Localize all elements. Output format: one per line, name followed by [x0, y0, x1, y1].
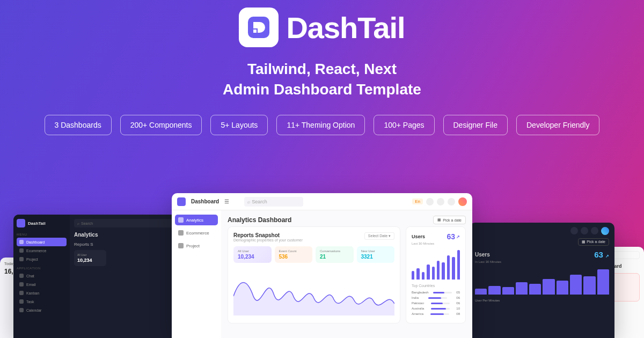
pill-designer: Designer File	[443, 115, 508, 135]
lang-chip[interactable]: En	[412, 199, 423, 204]
nav-dashboard[interactable]: Dashboard	[17, 238, 67, 246]
mail-icon[interactable]	[426, 198, 434, 205]
svg-rect-1	[253, 30, 257, 33]
logo-icon	[239, 8, 279, 47]
preview-mockups: Today Orders 16,123,3 DashTail MENU Dash…	[0, 182, 644, 338]
trend-up-icon: ↗	[456, 234, 460, 239]
nav-ecommerce[interactable]: Ecommerce	[17, 246, 67, 255]
stat-card: All User 10,234	[74, 250, 106, 266]
feature-pills: 3 Dashboards 200+ Components 5+ Layouts …	[45, 115, 600, 135]
nav-project[interactable]: Project	[17, 255, 67, 263]
topbar-title: Dashboard	[191, 199, 219, 204]
users-sub: In Last 30 Minutes	[475, 260, 609, 263]
sidebar-item-ecommerce[interactable]: Ecommerce	[175, 227, 218, 238]
users-title: Users	[412, 234, 425, 239]
brand-lockup: DashTail	[239, 8, 405, 47]
stat-conversations: Conversations21	[316, 246, 354, 263]
countries-label: Top Countries	[412, 284, 460, 288]
tagline: Tailwind, React, Next Admin Dashboard Te…	[223, 59, 421, 100]
settings-icon[interactable]	[591, 227, 598, 234]
menu-icon[interactable]: ☰	[224, 199, 229, 204]
pill-theming: 11+ Theming Option	[276, 115, 365, 135]
pill-pages: 100+ Pages	[374, 115, 434, 135]
mail-icon[interactable]	[581, 227, 588, 234]
country-row: Bangladesh05	[412, 290, 460, 295]
reports-title: Reports Snapshot	[233, 232, 303, 238]
pill-developer: Developer Friendly	[516, 115, 600, 135]
pill-components: 200+ Components	[120, 115, 202, 135]
chart-footer: User Per Minutes	[475, 299, 609, 302]
date-select[interactable]: Select Date ▾	[364, 232, 394, 240]
sidebar-item-project[interactable]: Project	[175, 240, 218, 251]
bell-icon[interactable]	[437, 198, 444, 205]
avatar[interactable]	[601, 227, 609, 235]
calendar-icon: ▦	[437, 218, 441, 222]
trend-up-icon: ↗	[605, 254, 609, 259]
tagline-line1: Tailwind, React, Next	[223, 59, 421, 79]
reports-subtitle: Demographic properties of your customer	[233, 238, 303, 242]
users-card: Users 63↗ Last 30 Minutes Top Countries …	[406, 226, 466, 324]
country-row: Pakistan06	[412, 300, 460, 306]
users-sub: Last 30 Minutes	[412, 242, 460, 245]
logo-icon	[17, 219, 25, 227]
topbar: Dashboard ☰ ⌕ Search En	[172, 193, 472, 210]
nav-task[interactable]: Task	[17, 297, 67, 306]
logo-icon	[177, 197, 186, 206]
users-title: Users	[475, 252, 490, 258]
nav-email[interactable]: Email	[17, 280, 67, 289]
users-count: 63	[447, 232, 455, 241]
users-bar-chart	[475, 267, 609, 295]
pill-layouts: 5+ Layouts	[210, 115, 268, 135]
search-input[interactable]: ⌕ Search	[74, 219, 175, 227]
preview-main: Dashboard ☰ ⌕ Search En Analytics Ecomme…	[172, 193, 472, 338]
section-app: APPLICATION	[17, 267, 67, 270]
country-row: India06	[412, 295, 460, 300]
country-row: Australia10	[412, 306, 460, 311]
card-title: Reports S	[74, 242, 175, 247]
dark-sidebar: DashTail MENU Dashboard Ecommerce Projec…	[13, 215, 70, 338]
nav-chat[interactable]: Chat	[17, 271, 67, 280]
stat-event-count: Event Count536	[275, 246, 313, 263]
sidebar: Analytics Ecommerce Project	[172, 210, 221, 338]
country-row: America08	[412, 311, 460, 317]
sidebar-item-analytics[interactable]: Analytics	[175, 215, 218, 225]
avatar[interactable]	[458, 197, 467, 206]
stat-new-user: New User3321	[357, 246, 395, 263]
area-chart	[233, 267, 394, 315]
preview-dark-right: ▦ Pick a date Users 63 ↗ In Last 30 Minu…	[470, 223, 614, 338]
stat-all-user: All User10,234	[233, 246, 272, 263]
nav-kanban[interactable]: Kanban	[17, 289, 67, 297]
settings-icon[interactable]	[448, 198, 455, 205]
nav-calendar[interactable]: Calendar	[17, 306, 67, 314]
brand-mini: DashTail	[28, 221, 46, 226]
brand-name: DashTail	[286, 10, 405, 45]
search-input[interactable]: ⌕ Search	[244, 197, 303, 207]
preview-dark-left: DashTail MENU Dashboard Ecommerce Projec…	[13, 215, 180, 338]
reports-card: Reports Snapshot Demographic properties …	[228, 226, 400, 324]
section-menu: MENU	[17, 233, 67, 236]
date-picker-button[interactable]: ▦ Pick a date	[578, 238, 609, 246]
page-title: Analytics	[74, 232, 175, 238]
bell-icon[interactable]	[570, 227, 578, 234]
date-picker-button[interactable]: ▦Pick a date	[433, 216, 466, 224]
pill-dashboards: 3 Dashboards	[45, 115, 112, 135]
users-bar-chart	[412, 248, 460, 280]
tagline-line2: Admin Dashboard Template	[223, 79, 421, 100]
users-count: 63	[594, 250, 603, 259]
page-title: Analytics Dashboard	[228, 216, 291, 224]
